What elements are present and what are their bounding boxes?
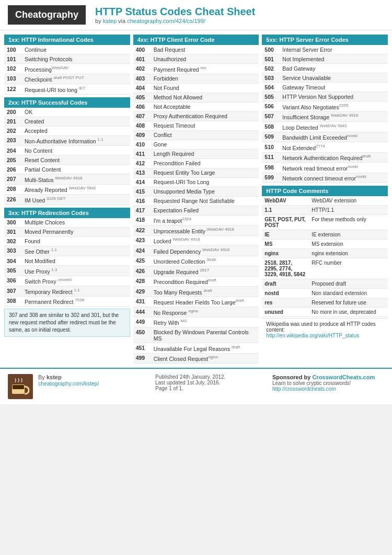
- table-4xx: 400Bad Request 401Unauthorized 402Paymen…: [133, 45, 259, 364]
- table-row: 100Continue: [4, 45, 130, 54]
- table-row: 402Payment Required res: [133, 64, 259, 74]
- logo: Cheatography: [8, 5, 86, 25]
- table-row: 302Found: [4, 236, 130, 246]
- table-row: 308Permanent Redirect 7538: [4, 296, 130, 307]
- table-row: 400Bad Request: [133, 45, 259, 54]
- section-header-1xx: 1xx: HTTP Informational Codes: [4, 35, 130, 45]
- page-title: HTTP Status Codes Cheat Sheet: [95, 6, 255, 18]
- avatar: [8, 374, 33, 399]
- table-row: 418I'm a teapot2324: [133, 215, 259, 225]
- table-row: GET, POST, PUT, POSTFor these methods on…: [262, 215, 388, 230]
- footer-author: By kstep cheatography.com/kstep/: [38, 374, 150, 387]
- table-row: 401Unauthorized: [133, 54, 259, 64]
- table-row: 510Not Extended2774: [262, 142, 388, 153]
- table-row: nostdNon standard extension: [262, 289, 388, 298]
- table-row: 417Expectation Failed: [133, 206, 259, 215]
- table-row: 305Use Proxy 1.1: [4, 266, 130, 276]
- table-row: 429Too Many Requests draft: [133, 287, 259, 297]
- table-row: 511Network Authentication Requireddraft: [262, 152, 388, 163]
- table-row: 306Switch Proxy unused: [4, 276, 130, 286]
- table-3xx: 300Multiple Choices 301Moved Permanently…: [4, 218, 130, 307]
- table-row: 307Temporary Redirect 1.1: [4, 286, 130, 297]
- comments-table: WebDAVWebDAV extension 1.1HTTP/1.1 GET, …: [262, 196, 388, 317]
- table-row: 408Request Timeout: [133, 121, 259, 130]
- table-row: 599Network connect timeout errornostd: [262, 173, 388, 183]
- table-row: 2518, 2817, 2295, 2774, 3229, 4918, 5842…: [262, 258, 388, 279]
- table-row: 406Not Acceptable: [133, 102, 259, 111]
- url-link[interactable]: cheatography.com/424/cs/199/: [127, 18, 205, 24]
- sponsor-url[interactable]: http://crosswordcheats.com: [272, 386, 336, 392]
- table-row: 423Locked WebDAV 4918: [133, 235, 259, 246]
- table-row: 404Not Found: [133, 83, 259, 93]
- table-row: 1.1HTTP/1.1: [262, 206, 388, 215]
- table-row: 207Multi-Status WebDAV 4918: [4, 174, 130, 185]
- table-row: 204No Content: [4, 146, 130, 155]
- table-row: 415Unsupported Media Type: [133, 187, 259, 196]
- sponsor-desc: Learn to solve cryptic crosswords!: [272, 380, 384, 386]
- table-row: 598Network read timeout errornostd: [262, 163, 388, 173]
- wiki-note: Wikipedia was used to produce all HTTP c…: [262, 318, 388, 341]
- footer-middle: Published 24th January, 2012. Last updat…: [155, 374, 267, 391]
- table-row: 206Partial Content: [4, 165, 130, 174]
- table-row: 414Request-URI Too Long: [133, 177, 259, 187]
- table-row: 426Upgrade Required 2817: [133, 266, 259, 277]
- table-row: 500Internal Server Error: [262, 45, 388, 54]
- table-row: 203Non-Authoritative Information 1.1: [4, 135, 130, 146]
- table-2xx: 200OK 201Created 202Accepted 203Non-Auth…: [4, 108, 130, 205]
- table-row: 503Service Unavailable: [262, 73, 388, 83]
- footer-author-link[interactable]: cheatography.com/kstep/: [38, 380, 99, 387]
- table-row: 416Requested Range Not Satisfiable: [133, 196, 259, 206]
- table-row: 205Reset Content: [4, 155, 130, 165]
- table-row: 226IM Used 3229 GET: [4, 195, 130, 205]
- table-row: 122Request-URI too long IE7: [4, 84, 130, 95]
- table-row: 301Moved Permanently: [4, 227, 130, 236]
- col-1: 1xx: HTTP Informational Codes 100Continu…: [4, 35, 130, 364]
- sponsor-title: Sponsored by CrosswordCheats.com: [272, 374, 384, 380]
- table-row: 444No Response nginx: [133, 307, 259, 318]
- table-row: unusedNo more in use, deprecated: [262, 308, 388, 317]
- table-row: 506Variant Also Negotiates2295: [262, 101, 388, 112]
- table-row: 208Already Reported WebDAV 5842: [4, 184, 130, 195]
- footer-sponsor: Sponsored by CrosswordCheats.com Learn t…: [272, 374, 384, 392]
- main-columns: 1xx: HTTP Informational Codes 100Continu…: [0, 30, 392, 364]
- table-row: 428Precondition Requireddraft: [133, 276, 259, 287]
- table-row: 201Created: [4, 117, 130, 126]
- table-row: WebDAVWebDAV extension: [262, 196, 388, 206]
- author-link[interactable]: kstep: [103, 18, 117, 24]
- table-row: 409Conflict: [133, 130, 259, 140]
- sponsor-link[interactable]: CrosswordCheats.com: [312, 374, 375, 380]
- table-row: 501Not Implemented: [262, 54, 388, 64]
- table-row: 425Unordered Collection 3648: [133, 256, 259, 266]
- table-row: 200OK: [4, 108, 130, 117]
- table-row: 505HTTP Version Not Supported: [262, 92, 388, 101]
- footer-page: Page 1 of 1.: [155, 386, 267, 391]
- table-row: 431Request Header Fields Too Largedraft: [133, 297, 259, 307]
- redirect-note: 307 and 308 are similar to 302 and 301, …: [4, 309, 130, 337]
- page: Cheatography HTTP Status Codes Cheat She…: [0, 0, 392, 404]
- table-row: 304Not Modified: [4, 256, 130, 266]
- table-row: draftProposed draft: [262, 279, 388, 289]
- header: Cheatography HTTP Status Codes Cheat She…: [0, 0, 392, 30]
- table-row: MSMS extension: [262, 240, 388, 249]
- table-row: 410Gone: [133, 140, 259, 149]
- table-row: 405Method Not Allowed: [133, 93, 259, 102]
- table-row: 407Proxy Authentication Required: [133, 111, 259, 121]
- table-row: 499Client Closed Requestnginx: [133, 353, 259, 364]
- svg-rect-2: [13, 385, 24, 389]
- section-header-4xx: 4xx: HTTP Client Error Code: [133, 35, 259, 45]
- section-header-5xx: 5xx: HTTP Server Error Codes: [262, 35, 388, 45]
- wiki-link[interactable]: http://en.wikipedia.org/wiki/HTTP_status: [266, 333, 359, 338]
- table-row: 509Bandwidth Limit Exceedednostd: [262, 132, 388, 142]
- table-row: 449Retry With MS: [133, 317, 259, 327]
- footer-published: Published 24th January, 2012.: [155, 374, 267, 380]
- subtitle: by kstep via cheatography.com/424/cs/199…: [95, 18, 255, 24]
- table-row: 508Loop Detected WebDAV 5842: [262, 122, 388, 132]
- table-row: nginxnginx extension: [262, 249, 388, 258]
- section-header-3xx: 3xx: HTTP Redirection Codes: [4, 208, 130, 218]
- table-row: 504Gateway Timeout: [262, 83, 388, 92]
- table-row: 403Forbidden: [133, 74, 259, 83]
- table-5xx: 500Internal Server Error 501Not Implemen…: [262, 45, 388, 183]
- table-row: 451Unavailable For Legal Reasons draft: [133, 343, 259, 354]
- table-row: 507Insufficient Storage WebDAV 4918: [262, 111, 388, 122]
- section-header-2xx: 2xx: HTTP Successful Codes: [4, 97, 130, 108]
